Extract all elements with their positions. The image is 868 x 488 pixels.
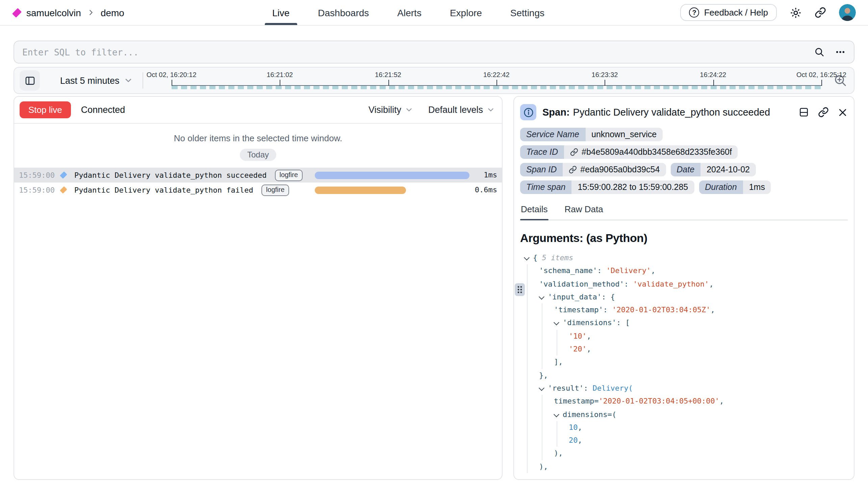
code-token: 10 (569, 423, 578, 432)
code-line: { 5 items (520, 251, 848, 265)
tick-label: 16:23:32 (592, 71, 618, 78)
visibility-dropdown[interactable]: Visibility (368, 105, 413, 115)
indent-guide (557, 330, 557, 343)
tick-mark (713, 80, 714, 86)
tab-dashboards[interactable]: Dashboards (304, 0, 383, 25)
log-row[interactable]: 15:59:00Pydantic Delivery validate_pytho… (14, 168, 502, 182)
tab-details[interactable]: Details (521, 204, 548, 220)
pill-rows: Service Nameunknown_serviceTrace ID#b4e5… (520, 128, 848, 194)
code-line: }, (520, 369, 848, 382)
code-token: Delivery( (592, 384, 633, 393)
stop-live-button[interactable]: Stop live (20, 101, 71, 118)
code-token: , (578, 436, 582, 445)
visibility-label: Visibility (368, 105, 401, 115)
code-token: , (711, 306, 715, 314)
empty-window-message: No older items in the selected time wind… (14, 133, 502, 143)
indent-guide (527, 330, 528, 343)
link-icon[interactable] (570, 148, 578, 156)
collapse-caret-icon[interactable] (554, 411, 559, 417)
tick-label: 16:21:02 (266, 71, 293, 78)
link-icon[interactable] (569, 166, 577, 174)
panel-resize-handle[interactable] (515, 283, 525, 296)
copy-link-icon[interactable] (818, 107, 829, 118)
search-icon[interactable] (814, 47, 825, 57)
feedback-help-button[interactable]: ? Feedback / Help (681, 4, 777, 21)
code-token: ], (554, 358, 563, 367)
code-line: 'input_data': { (520, 291, 848, 304)
pill-label: Duration (699, 180, 743, 194)
chevron-down-icon (486, 105, 495, 114)
tab-alerts[interactable]: Alerts (383, 0, 436, 25)
tab-settings[interactable]: Settings (496, 0, 559, 25)
log-row[interactable]: 15:59:00Pydantic Delivery validate_pytho… (14, 182, 502, 197)
code-token: 5 items (542, 253, 573, 262)
collapse-caret-icon[interactable] (554, 320, 559, 325)
breadcrumb-org[interactable]: samuelcolvin (26, 7, 81, 18)
tab-explore[interactable]: Explore (436, 0, 496, 25)
pill-value-text: 15:59:00.282 to 15:59:00.285 (578, 182, 688, 192)
share-link-icon[interactable] (815, 7, 826, 18)
indent-guide (542, 395, 542, 408)
time-range-label: Last 5 minutes (60, 75, 120, 86)
code-token: : [ (616, 319, 630, 327)
collapse-caret-icon[interactable] (524, 255, 530, 260)
code-token: , (709, 279, 713, 288)
pill-row: Time span15:59:00.282 to 15:59:00.285Dur… (520, 180, 848, 194)
arguments-heading: Arguments: (as Python) (520, 232, 848, 245)
log-tag-badge[interactable]: logfire (261, 184, 289, 196)
duration-label: 0.6ms (475, 186, 497, 194)
indent-guide (527, 369, 528, 382)
pill-label: Date (670, 163, 700, 176)
theme-toggle-sun-icon[interactable] (790, 6, 802, 19)
code-block: { 5 items'schema_name': 'Delivery','vali… (520, 251, 848, 473)
sidebar-toggle-icon[interactable] (20, 70, 40, 91)
live-feed-panel: Stop live Connected Visibility Default l… (14, 96, 503, 480)
tab-live[interactable]: Live (258, 0, 304, 25)
indent-guide (527, 421, 528, 434)
indent-guide (527, 382, 528, 395)
code-token: : (624, 279, 633, 288)
tick-mark (172, 80, 172, 86)
pill-row: Span ID#eda9065a0bd39c54Date2024-10-02 (520, 163, 848, 176)
code-token: dimensions= (563, 410, 612, 419)
more-options-icon[interactable] (835, 47, 846, 57)
default-levels-dropdown[interactable]: Default levels (428, 105, 495, 115)
indent-guide (527, 395, 528, 408)
code-token: : (603, 306, 612, 314)
code-token: }, (539, 371, 548, 380)
user-avatar[interactable] (839, 4, 856, 21)
question-icon: ? (689, 7, 699, 18)
panel-layout-icon[interactable] (798, 107, 809, 118)
tick-label: Oct 02, 16:20:12 (147, 71, 197, 78)
code-token: '20' (569, 345, 587, 353)
main-nav: LiveDashboardsAlertsExploreSettings (258, 0, 559, 25)
indent-guide (542, 356, 542, 369)
logfire-logo-icon[interactable] (12, 8, 22, 17)
code-token: { (533, 253, 542, 262)
code-token: 'Delivery' (606, 267, 651, 275)
pill-value: 2024-10-02 (700, 163, 756, 176)
span-detail-panel: Span:Pydantic Delivery validate_python s… (513, 96, 854, 480)
timeline-track[interactable]: Oct 02, 16:20:1216:21:0216:21:5216:22:42… (151, 67, 823, 94)
tick-label: 16:24:22 (700, 71, 726, 78)
tab-raw-data[interactable]: Raw Data (565, 204, 603, 220)
indent-guide (542, 303, 542, 317)
collapse-caret-icon[interactable] (539, 294, 544, 299)
time-range-bar: Last 5 minutes Oct 02, 16:20:1216:21:021… (14, 67, 854, 94)
close-icon[interactable] (838, 107, 848, 117)
divider (143, 72, 143, 89)
time-range-selector[interactable]: Last 5 minutes (60, 75, 133, 86)
indent-guide (527, 343, 528, 356)
tick-mark (388, 80, 389, 86)
breadcrumb-project[interactable]: demo (101, 7, 124, 18)
indent-guide (542, 447, 542, 460)
indent-guide (527, 447, 528, 460)
code-token: 20 (569, 436, 578, 445)
sql-filter-input[interactable] (22, 47, 814, 57)
pill-label: Trace ID (520, 145, 564, 159)
log-tag-badge[interactable]: logfire (275, 169, 303, 181)
collapse-caret-icon[interactable] (539, 385, 544, 391)
top-header: samuelcolvin demo LiveDashboardsAlertsEx… (0, 0, 868, 26)
code-line: '10', (520, 330, 848, 343)
breadcrumb: samuelcolvin demo (14, 0, 124, 25)
